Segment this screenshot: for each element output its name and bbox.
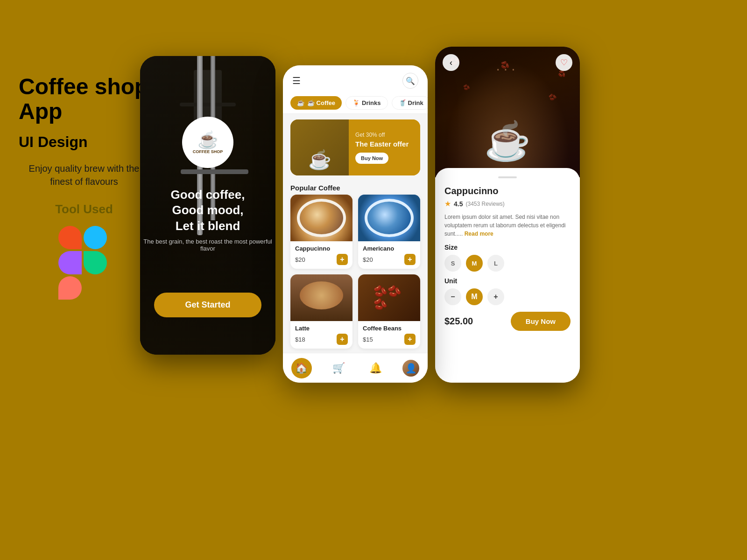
americano-name: Americano <box>363 245 416 252</box>
americano-image <box>358 195 420 241</box>
latte-sim <box>290 274 352 321</box>
cart-icon: 🛒 <box>328 358 349 378</box>
phone1-logo-text: COFFEE SHOP <box>193 150 223 154</box>
nav-profile[interactable]: 👤 <box>402 360 419 377</box>
buy-now-button[interactable]: Buy Now <box>511 312 571 331</box>
read-more-link[interactable]: Read more <box>465 231 493 237</box>
nav-bell[interactable]: 🔔 <box>366 358 386 378</box>
product-detail-name: Cappucinno <box>444 186 571 196</box>
products-grid: Cappucinno $20 + Americano <box>283 195 428 349</box>
title-line2: App <box>19 99 62 124</box>
beans-name: Coffee Beans <box>363 325 416 332</box>
latte-add-button[interactable]: + <box>337 334 348 345</box>
size-section: Size S M L Unit − M + <box>444 244 571 305</box>
phone3-detail: ☕ 🫘 🫘 🫘 🫘 🫘 ‹ ♡ Cappucinno ★ <box>435 47 580 383</box>
drag-handle <box>498 176 517 178</box>
phone1-crossbar <box>181 169 248 174</box>
bottom-nav: 🏠 🛒 🔔 👤 <box>283 353 428 383</box>
phone1-line1: Good coffee, <box>171 188 245 202</box>
product-card-americano: Americano $20 + <box>358 195 420 269</box>
favorite-button[interactable]: ♡ <box>556 54 572 71</box>
star-icon: ★ <box>444 199 451 208</box>
size-options: S M L <box>444 255 571 272</box>
hamburger-icon[interactable]: ☰ <box>292 75 301 86</box>
product-card-cappuccino: Cappucinno $20 + <box>290 195 352 269</box>
search-button[interactable]: 🔍 <box>402 73 418 89</box>
cappuccino-info: Cappucinno $20 + <box>290 241 352 269</box>
cappuccino-price: $20 <box>295 256 305 263</box>
app-title: Coffee shop App <box>19 75 149 124</box>
banner-image <box>290 119 349 175</box>
unit-plus-button[interactable]: + <box>487 288 504 305</box>
banner-discount: Get 30% off <box>355 132 414 138</box>
size-m-option[interactable]: M <box>466 255 483 272</box>
figma-blue <box>84 226 107 249</box>
figma-empty <box>84 276 107 300</box>
cappuccino-price-row: $20 + <box>295 254 348 265</box>
phones-container: ☕ COFFEE SHOP Good coffee, Good mood, Le… <box>140 47 580 383</box>
popular-coffee-title: Popular Coffee <box>283 181 428 195</box>
desc-text: Lorem ipsum dolor sit amet. Sed nisi vit… <box>444 214 565 237</box>
figma-green <box>84 251 107 274</box>
phone1-wrapper: ☕ COFFEE SHOP Good coffee, Good mood, Le… <box>140 56 275 364</box>
subtitle-text: Enjoy quality brew with the finest of fl… <box>19 162 149 188</box>
americano-price: $20 <box>363 256 373 263</box>
phone1-line2: Good mood, <box>172 203 243 217</box>
beans-price-row: $15 + <box>363 334 416 345</box>
review-count: (3453 Reviews) <box>465 201 504 207</box>
unit-value: M <box>466 288 483 305</box>
detail-panel: Cappucinno ★ 4.5 (3453 Reviews) Lorem ip… <box>435 168 580 383</box>
phone1-line3: Let it blend <box>176 219 240 233</box>
tab-drink[interactable]: 🥤 Drink <box>392 96 428 110</box>
beans-price: $15 <box>363 336 373 343</box>
size-l-option[interactable]: L <box>487 255 504 272</box>
tab-drinks[interactable]: 🍹 Drinks <box>345 96 388 110</box>
phone2-home: ☰ 🔍 ☕ ☕ Coffee 🍹 Drinks 🥤 Drink <box>283 65 428 383</box>
americano-add-button[interactable]: + <box>404 254 416 265</box>
product-description: Lorem ipsum dolor sit amet. Sed nisi vit… <box>444 213 571 238</box>
beans-add-button[interactable]: + <box>404 334 416 345</box>
drink-tab-icon: 🥤 <box>399 99 406 106</box>
title-line1: Coffee shop <box>19 74 148 99</box>
rating-value: 4.5 <box>454 200 463 208</box>
latte-price: $18 <box>295 336 305 343</box>
phone1-cup-icon: ☕ <box>197 130 218 150</box>
americano-price-row: $20 + <box>363 254 416 265</box>
phone1-sub-tagline: The best grain, the best roast the most … <box>140 238 275 252</box>
latte-price-row: $18 + <box>295 334 348 345</box>
size-s-option[interactable]: S <box>444 255 461 272</box>
unit-options: − M + <box>444 288 571 305</box>
cappuccino-sim <box>290 195 352 241</box>
product-card-latte: Latte $18 + <box>290 274 352 349</box>
tabs-row: ☕ ☕ Coffee 🍹 Drinks 🥤 Drink <box>283 92 428 114</box>
cappuccino-add-button[interactable]: + <box>337 254 348 265</box>
back-icon: ‹ <box>450 58 452 68</box>
bean5: 🫘 <box>548 93 557 102</box>
figma-purple <box>58 251 82 274</box>
heart-icon: ♡ <box>560 57 568 68</box>
beans-image <box>358 274 420 321</box>
get-started-button[interactable]: Get Started <box>154 293 261 317</box>
tab-coffee[interactable]: ☕ ☕ Coffee <box>290 96 342 110</box>
nav-home[interactable]: 🏠 <box>291 358 312 378</box>
product-price: $25.00 <box>444 316 473 327</box>
nav-cart[interactable]: 🛒 <box>328 358 349 378</box>
banner-content: Get 30% off The Easter offer Buy Now <box>349 119 420 175</box>
bell-icon: 🔔 <box>366 358 386 378</box>
bean4: 🫘 <box>500 60 511 71</box>
americano-info: Americano $20 + <box>358 241 420 269</box>
back-button[interactable]: ‹ <box>443 54 459 71</box>
beans-sim <box>358 274 420 321</box>
rating-row: ★ 4.5 (3453 Reviews) <box>444 199 571 208</box>
phone2-wrapper: ☰ 🔍 ☕ ☕ Coffee 🍹 Drinks 🥤 Drink <box>283 65 428 383</box>
profile-avatar: 👤 <box>402 360 419 377</box>
ui-design-label: UI Design <box>19 133 149 151</box>
americano-sim <box>358 195 420 241</box>
figma-logo <box>19 226 149 300</box>
cappuccino-name: Cappucinno <box>295 245 348 252</box>
phone3-cup: ☕ <box>484 119 531 163</box>
figma-icon <box>58 226 110 300</box>
unit-minus-button[interactable]: − <box>444 288 461 305</box>
latte-image <box>290 274 352 321</box>
banner-buy-button[interactable]: Buy Now <box>355 153 388 164</box>
